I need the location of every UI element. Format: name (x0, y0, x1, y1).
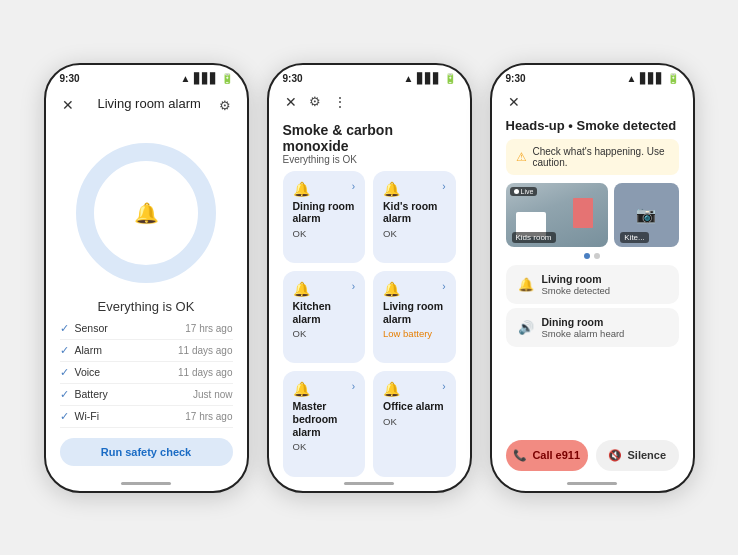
settings-button-1[interactable]: ⚙ (217, 96, 233, 115)
camera-card-kids[interactable]: Live Kids room (506, 183, 609, 247)
signal-icons-3: ▲ ▋▋▋ 🔋 (627, 73, 679, 84)
chevron-icon-master: › (352, 381, 355, 392)
camera-card-kite[interactable]: 📷 Kite... (614, 183, 678, 247)
safety-check-button[interactable]: Run safety check (60, 438, 233, 466)
signal-icons-2: ▲ ▋▋▋ 🔋 (404, 73, 456, 84)
alarm-card-kids[interactable]: 🔔 › Kid's room alarm OK (373, 171, 456, 263)
signal-icon-2: ▋▋▋ (417, 73, 441, 84)
check-item-wifi: ✓ Wi-Fi 17 hrs ago (60, 406, 233, 428)
close-button-1[interactable]: ✕ (60, 95, 76, 115)
alarm-card-name-dining: Dining room alarm (293, 200, 356, 225)
check-label-voice: Voice (75, 366, 101, 378)
silence-button[interactable]: 🔇 Silence (596, 440, 679, 471)
smoke-item-texts-dining: Dining room Smoke alarm heard (542, 316, 625, 339)
alarm-card-status-dining: OK (293, 228, 356, 239)
signal-icon-3: ▋▋▋ (640, 73, 664, 84)
alarm-card-icon-living: 🔔 (383, 281, 400, 297)
check-label-wifi: Wi-Fi (75, 410, 100, 422)
check-time-voice: 11 days ago (178, 367, 233, 378)
signal-icons-1: ▲ ▋▋▋ 🔋 (181, 73, 233, 84)
alarm-card-dining[interactable]: 🔔 › Dining room alarm OK (283, 171, 366, 263)
smoke-item-texts-living: Living room Smoke detected (542, 273, 611, 296)
alarm-card-name-master: Master bedroom alarm (293, 400, 356, 438)
check-label-sensor: Sensor (75, 322, 108, 334)
chevron-icon-kids: › (442, 181, 445, 192)
alarm-card-name-living: Living room alarm (383, 300, 446, 325)
status-circle: 🔔 (76, 143, 216, 283)
check-time-sensor: 17 hrs ago (185, 323, 232, 334)
status-bar-3: 9:30 ▲ ▋▋▋ 🔋 (492, 65, 693, 88)
wifi-icon-1: ▲ (181, 73, 191, 84)
more-button-2[interactable]: ⋮ (331, 92, 349, 112)
alarm-card-top-living: 🔔 › (383, 281, 446, 297)
call-e911-button[interactable]: 📞 Call e911 (506, 440, 589, 471)
smoke-item-name-living: Living room (542, 273, 611, 285)
status-time-3: 9:30 (506, 73, 526, 84)
ok-label: Everything is OK (98, 299, 195, 314)
alarm-card-icon-dining: 🔔 (293, 181, 310, 197)
status-bar-1: 9:30 ▲ ▋▋▋ 🔋 (46, 65, 247, 88)
mute-icon: 🔇 (608, 449, 622, 462)
check-left-battery: ✓ Battery (60, 388, 108, 401)
battery-icon-2: 🔋 (444, 73, 456, 84)
camera-row: Live Kids room 📷 Kite... (492, 183, 693, 247)
alarm-card-office[interactable]: 🔔 › Office alarm OK (373, 371, 456, 476)
alarm-card-status-office: OK (383, 416, 446, 427)
phones-container: 9:30 ▲ ▋▋▋ 🔋 ✕ Living room alarm ⚙ 🔔 Eve… (24, 43, 715, 513)
check-label-battery: Battery (75, 388, 108, 400)
chevron-icon-kitchen: › (352, 281, 355, 292)
alert-banner: ⚠ Check what's happening. Use caution. (506, 139, 679, 175)
alarm-card-name-office: Office alarm (383, 400, 446, 413)
alarm-card-living[interactable]: 🔔 › Living room alarm Low battery (373, 271, 456, 363)
smoke-icon-dining: 🔊 (518, 320, 534, 335)
phone-1-title: Living room alarm (84, 92, 215, 119)
settings-button-2[interactable]: ⚙ (307, 92, 323, 111)
close-button-2[interactable]: ✕ (283, 92, 299, 112)
alarm-card-top-kids: 🔔 › (383, 181, 446, 197)
alarm-grid: 🔔 › Dining room alarm OK 🔔 › Kid's room … (269, 171, 470, 477)
alarm-card-top-kitchen: 🔔 › (293, 281, 356, 297)
alarm-card-status-master: OK (293, 441, 356, 452)
phone-1-header: ✕ Living room alarm ⚙ (46, 88, 247, 127)
alarm-card-kitchen[interactable]: 🔔 › Kitchen alarm OK (283, 271, 366, 363)
home-indicator-1 (46, 477, 247, 491)
check-left-voice: ✓ Voice (60, 366, 101, 379)
alarm-card-top-office: 🔔 › (383, 381, 446, 397)
alarm-card-status-kids: OK (383, 228, 446, 239)
alert-triangle-icon: ⚠ (516, 150, 527, 164)
check-label-alarm: Alarm (75, 344, 102, 356)
check-icon-sensor: ✓ (60, 322, 69, 335)
smoke-item-desc-living: Smoke detected (542, 285, 611, 296)
check-item-sensor: ✓ Sensor 17 hrs ago (60, 318, 233, 340)
home-indicator-3 (492, 477, 693, 491)
check-left-wifi: ✓ Wi-Fi (60, 410, 100, 423)
smoke-icon-living: 🔔 (518, 277, 534, 292)
alarm-card-top-master: 🔔 › (293, 381, 356, 397)
alarm-card-master[interactable]: 🔔 › Master bedroom alarm OK (283, 371, 366, 476)
phone-3-title: Heads-up • Smoke detected (492, 116, 693, 139)
dot-1 (584, 253, 590, 259)
check-item-battery: ✓ Battery Just now (60, 384, 233, 406)
call-label: Call e911 (532, 449, 580, 461)
smoke-item-desc-dining: Smoke alarm heard (542, 328, 625, 339)
check-time-wifi: 17 hrs ago (185, 411, 232, 422)
checklist: ✓ Sensor 17 hrs ago ✓ Alarm 11 days ago … (46, 318, 247, 428)
smoke-items: 🔔 Living room Smoke detected 🔊 Dining ro… (492, 265, 693, 347)
phone-2-header: ✕ ⚙ ⋮ (269, 88, 470, 122)
signal-icon-1: ▋▋▋ (194, 73, 218, 84)
alarm-card-status-living: Low battery (383, 328, 446, 339)
status-bar-2: 9:30 ▲ ▋▋▋ 🔋 (269, 65, 470, 88)
alarm-card-icon-kitchen: 🔔 (293, 281, 310, 297)
alarm-card-status-kitchen: OK (293, 328, 356, 339)
check-left-sensor: ✓ Sensor (60, 322, 108, 335)
check-item-alarm: ✓ Alarm 11 days ago (60, 340, 233, 362)
close-button-3[interactable]: ✕ (506, 92, 522, 112)
phone-3-header: ✕ (492, 88, 693, 116)
alarm-card-name-kids: Kid's room alarm (383, 200, 446, 225)
check-time-battery: Just now (193, 389, 232, 400)
alert-text: Check what's happening. Use caution. (533, 146, 669, 168)
home-bar-1 (121, 482, 171, 485)
home-indicator-2 (269, 477, 470, 491)
phone-2: 9:30 ▲ ▋▋▋ 🔋 ✕ ⚙ ⋮ Smoke & carbon monoxi… (267, 63, 472, 493)
alarm-card-icon-kids: 🔔 (383, 181, 400, 197)
